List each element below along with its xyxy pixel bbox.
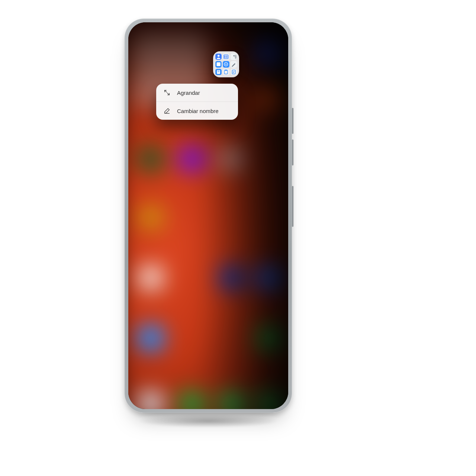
- svg-point-0: [218, 55, 220, 57]
- folder-mini-8: [223, 69, 229, 75]
- menu-item-label: Cambiar nombre: [177, 108, 219, 114]
- svg-rect-4: [227, 55, 228, 58]
- rename-icon: [164, 107, 170, 114]
- power-button[interactable]: [292, 186, 293, 227]
- folder-mini-9: [231, 69, 237, 75]
- svg-rect-13: [232, 70, 235, 74]
- svg-rect-5: [216, 62, 220, 66]
- home-wallpaper-blur: [128, 22, 288, 409]
- expand-icon: [164, 89, 170, 96]
- folder-mini-3: [231, 54, 237, 60]
- folder-mini-6: [231, 61, 237, 67]
- menu-item-label: Agrandar: [177, 90, 200, 96]
- app-folder[interactable]: [213, 51, 239, 77]
- phone-screen: Agrandar Cambiar nombre: [128, 22, 288, 409]
- volume-down-button[interactable]: [292, 139, 293, 165]
- folder-mini-2: [223, 54, 229, 60]
- folder-context-menu: Agrandar Cambiar nombre: [156, 84, 238, 120]
- phone-mockup: Agrandar Cambiar nombre: [125, 19, 292, 413]
- svg-rect-3: [226, 55, 226, 58]
- folder-mini-5: [223, 61, 229, 67]
- svg-rect-12: [225, 70, 227, 71]
- svg-rect-2: [225, 55, 225, 58]
- folder-mini-7: [215, 69, 222, 75]
- menu-item-enlarge[interactable]: Agrandar: [156, 84, 238, 102]
- folder-mini-1: [215, 54, 222, 60]
- svg-rect-9: [218, 71, 219, 71]
- svg-point-7: [225, 64, 226, 65]
- svg-rect-10: [218, 71, 219, 72]
- menu-item-rename[interactable]: Cambiar nombre: [156, 102, 238, 120]
- folder-mini-4: [215, 61, 222, 67]
- volume-up-button[interactable]: [292, 108, 293, 134]
